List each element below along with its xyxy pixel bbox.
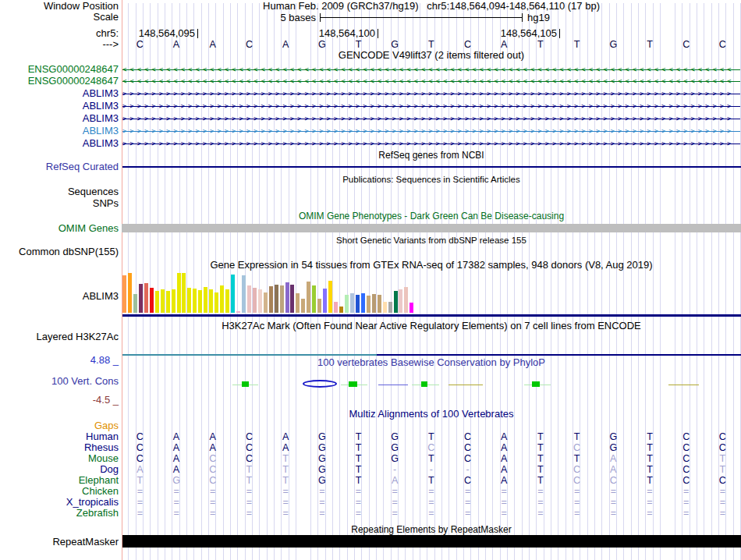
species-label[interactable]: Rhesus	[84, 442, 119, 453]
alignment-base: C	[231, 453, 268, 464]
alignment-base: C	[231, 431, 268, 442]
gtex-gene-label[interactable]: ABLIM3	[83, 291, 119, 302]
reference-sequence-row[interactable]: CAACAGTGTCATTGTCC	[122, 39, 741, 50]
alignment-base: C	[231, 442, 268, 453]
alignment-base: =	[340, 508, 377, 519]
alignment-base: =	[268, 508, 304, 519]
gene-model-row[interactable]: >>>>>>>>>>>>>>>>>>>>>>>>>>>>>>>>>>>>>>>>…	[122, 114, 740, 123]
gene-label[interactable]: ABLIM3	[83, 113, 119, 124]
alignment-base: C	[122, 431, 158, 442]
omim-gene-bar[interactable]	[122, 224, 741, 232]
alignment-base: A	[194, 442, 231, 453]
strand-direction-label: --->	[102, 39, 119, 50]
alignment-base: C	[194, 464, 231, 475]
gtex-tissue-bar	[394, 291, 398, 313]
gene-label[interactable]: ABLIM3	[83, 138, 119, 149]
omim-genes-track-label[interactable]: OMIM Genes	[58, 223, 119, 234]
publications-snps-label[interactable]: SNPs	[93, 198, 119, 209]
species-label[interactable]: X_tropicalis	[66, 497, 119, 508]
gene-label[interactable]: ABLIM3	[83, 126, 119, 136]
species-label[interactable]: Dog	[100, 464, 119, 475]
dbsnp-track-label[interactable]: Common dbSNP(155)	[19, 246, 119, 257]
gtex-tissue-bar	[378, 295, 381, 313]
gtex-tissue-bar	[328, 281, 332, 313]
alignment-base: C	[449, 431, 486, 442]
gtex-tissue-bar	[242, 275, 246, 313]
alignment-base: =	[704, 508, 741, 519]
phylop-track-label[interactable]: 100 Vert. Cons	[51, 376, 119, 387]
gtex-tissue-bar	[187, 288, 191, 313]
repeatmasker-element-bar[interactable]	[122, 535, 741, 548]
gene-model-row[interactable]: <<<<<<<<<<<<<<<<<<<<<<<<<<<<<<<<<<<<<<<<…	[122, 65, 740, 74]
alignment-base: C	[668, 442, 704, 453]
alignment-base: =	[558, 486, 595, 497]
alignment-base: G	[303, 442, 340, 453]
alignment-base: =	[668, 508, 704, 519]
gene-model-row[interactable]: >>>>>>>>>>>>>>>>>>>>>>>>>>>>>>>>>>>>>>>>…	[122, 139, 740, 148]
species-alignment-row: AACTTGT---ATCATCT	[122, 464, 741, 475]
omim-track-title: OMIM Gene Phenotypes - Dark Green Can Be…	[122, 211, 741, 222]
gene-label[interactable]: ENSG00000248647	[28, 64, 119, 75]
reference-base: A	[486, 39, 523, 50]
alignment-base: =	[158, 486, 195, 497]
species-label[interactable]: Human	[86, 431, 119, 442]
alignment-base: =	[303, 508, 340, 519]
alignment-base: T	[122, 475, 158, 486]
gtex-tissue-bar	[139, 284, 143, 313]
alignment-base: C	[704, 475, 741, 486]
gtex-tissue-bar	[312, 285, 316, 313]
phylop-line-mark	[448, 385, 483, 385]
alignment-base: =	[413, 486, 450, 497]
h3k27ac-track-title: H3K27Ac Mark (Often Found Near Active Re…	[122, 321, 741, 331]
species-label[interactable]: Elephant	[79, 475, 119, 486]
species-label[interactable]: Zebrafish	[76, 508, 119, 519]
alignment-base: G	[303, 464, 340, 475]
gene-label[interactable]: ABLIM3	[83, 88, 119, 99]
gtex-tissue-bar	[339, 307, 343, 313]
gene-label[interactable]: ENSG00000248647	[28, 76, 119, 87]
gene-model-row[interactable]: <<<<<<<<<<<<<<<<<<<<<<<<<<<<<<<<<<<<<<<<…	[122, 76, 740, 86]
publications-sequences-label[interactable]: Sequences	[68, 186, 119, 197]
h3k27ac-track-label[interactable]: Layered H3K27Ac	[36, 331, 119, 342]
species-alignment-row: CACCTGTGTCATTATCT	[122, 453, 741, 464]
alignment-base: A	[377, 475, 413, 486]
species-label[interactable]: Chicken	[82, 486, 119, 497]
alignment-base: T	[704, 453, 741, 464]
alignment-base: =	[632, 508, 668, 519]
alignment-base: C	[194, 453, 231, 464]
reference-base: C	[122, 39, 158, 50]
gtex-tissue-bar	[182, 273, 186, 313]
alignment-base: A	[486, 442, 523, 453]
gene-label[interactable]: ABLIM3	[83, 101, 119, 112]
alignment-base: T	[523, 475, 559, 486]
repeatmasker-track-label[interactable]: RepeatMasker	[52, 537, 119, 548]
gtex-tissue-bar	[290, 285, 294, 313]
multiz-gaps-label[interactable]: Gaps	[94, 420, 119, 431]
gtex-tissue-bar	[275, 285, 278, 313]
gene-model-row[interactable]: >>>>>>>>>>>>>>>>>>>>>>>>>>>>>>>>>>>>>>>>…	[122, 126, 740, 136]
alignment-base: A	[158, 464, 195, 475]
alignment-base: T	[231, 464, 268, 475]
alignment-base: T	[340, 442, 377, 453]
refseq-gene-line[interactable]	[122, 166, 741, 168]
gtex-gene-model-line[interactable]	[122, 314, 741, 317]
alignment-base: =	[231, 497, 268, 508]
alignment-base: C	[449, 475, 486, 486]
alignment-base: =	[303, 486, 340, 497]
species-alignment-row: =================	[122, 497, 741, 508]
species-alignment-row: =================	[122, 486, 741, 497]
alignment-base: =	[449, 497, 486, 508]
gene-model-row[interactable]: >>>>>>>>>>>>>>>>>>>>>>>>>>>>>>>>>>>>>>>>…	[122, 89, 740, 98]
species-alignment-row: =================	[122, 508, 741, 519]
alignment-base: =	[449, 508, 486, 519]
reference-base: C	[668, 39, 704, 50]
alignment-base: T	[558, 431, 595, 442]
refseq-curated-track-label[interactable]: RefSeq Curated	[46, 161, 119, 172]
gtex-tissue-bar	[372, 294, 376, 313]
alignment-base: C	[595, 475, 632, 486]
gtex-tissue-bar	[264, 292, 268, 313]
phylop-square-mark	[532, 381, 540, 387]
species-label[interactable]: Mouse	[88, 453, 119, 464]
alignment-base: T	[268, 453, 304, 464]
gene-model-row[interactable]: >>>>>>>>>>>>>>>>>>>>>>>>>>>>>>>>>>>>>>>>…	[122, 101, 740, 111]
